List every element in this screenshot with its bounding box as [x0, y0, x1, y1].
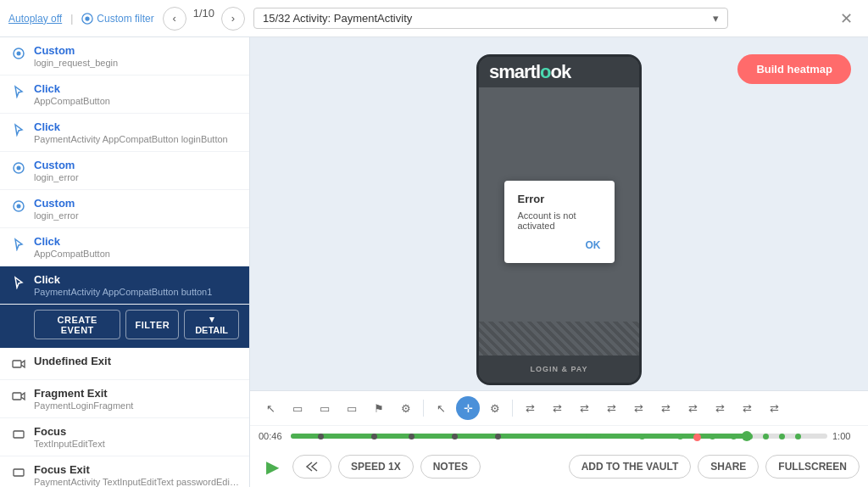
error-message: Account is not activated — [518, 210, 601, 231]
swap-tool1[interactable]: ⇄ — [518, 396, 542, 420]
create-event-button[interactable]: CREATE EVENT — [34, 310, 120, 339]
next-button[interactable]: › — [221, 7, 245, 31]
error-ok-button[interactable]: OK — [518, 239, 601, 251]
cursor-icon — [10, 83, 27, 100]
fragment-exit-icon — [10, 388, 27, 405]
tool-divider2 — [512, 400, 513, 417]
svg-rect-8 — [13, 361, 21, 367]
build-heatmap-button[interactable]: Build heatmap — [737, 54, 851, 84]
click-tool-active[interactable]: ✛ — [456, 396, 480, 420]
sidebar-item-focus[interactable]: Focus TextInputEditText — [0, 418, 249, 456]
autoplay-toggle[interactable]: Autoplay off — [8, 13, 62, 25]
item-sub: PaymentActivity TextInputEditText passwo… — [34, 477, 239, 487]
toolbar-row: ↖ ▭ ▭ ▭ ⚑ ⚙ ↖ ✛ ⚙ ⇄ ⇄ ⇄ ⇄ ⇄ ⇄ ⇄ ⇄ ⇄ ⇄ — [250, 391, 868, 426]
phone-footer: LOGIN & PAY — [479, 355, 639, 383]
chevron-down-icon: ▾ — [713, 12, 719, 25]
swap-tool10[interactable]: ⇄ — [762, 396, 786, 420]
main-content: Custom login_request_begin Click AppComp… — [0, 37, 868, 487]
phone-body: Error Account is not activated OK — [479, 87, 639, 355]
add-vault-button[interactable]: ADD TO THE VAULT — [569, 455, 692, 479]
svg-point-5 — [17, 166, 21, 171]
sidebar-item-custom-login-err1[interactable]: Custom login_error — [0, 152, 249, 190]
item-sub: login_request_begin — [34, 58, 239, 68]
sidebar-item-click-appcompat2[interactable]: Click AppCompatButton — [0, 228, 249, 266]
focus-icon — [10, 426, 27, 443]
item-title: Fragment Exit — [34, 387, 239, 400]
item-title: Undefined Exit — [34, 355, 239, 367]
cursor-icon — [10, 236, 27, 253]
sidebar-item-click-payment-btn1[interactable]: Click PaymentActivity AppCompatButton bu… — [0, 266, 249, 305]
sidebar-item-undefined-exit[interactable]: Undefined Exit — [0, 348, 249, 380]
sidebar-item-focus-exit[interactable]: Focus Exit PaymentActivity TextInputEdit… — [0, 456, 249, 487]
click-tool1[interactable]: ↖ — [429, 396, 453, 420]
item-title: Click — [34, 235, 239, 248]
activity-selector[interactable]: 15/32 Activity: PaymentActivity ▾ — [253, 8, 728, 29]
gear-icon — [10, 45, 27, 62]
swap-tool7[interactable]: ⇄ — [681, 396, 704, 420]
center-panel: Build heatmap smartlook Error Account is… — [250, 37, 868, 487]
item-sub: AppCompatButton — [34, 96, 239, 106]
filter-button[interactable]: FILTER — [125, 310, 179, 339]
cursor-tool[interactable]: ↖ — [259, 396, 282, 420]
item-title: Click — [34, 82, 239, 95]
swap-tool8[interactable]: ⇄ — [708, 396, 732, 420]
svg-point-7 — [17, 204, 21, 209]
phone-mockup: smartlook Error Account is not activated… — [476, 54, 642, 385]
tool-divider — [423, 400, 424, 417]
item-sub: login_error — [34, 210, 239, 221]
svg-rect-11 — [14, 469, 24, 476]
error-dialog: Error Account is not activated OK — [504, 181, 615, 263]
rect-tool1[interactable]: ▭ — [286, 396, 309, 420]
swap-tool5[interactable]: ⇄ — [626, 396, 650, 420]
swap-tool2[interactable]: ⇄ — [545, 396, 569, 420]
item-sub: PaymentActivity AppCompatButton button1 — [34, 287, 239, 297]
timeline-end: 1:00 — [832, 431, 860, 441]
gear-tool[interactable]: ⚙ — [394, 396, 418, 420]
speed-button[interactable]: SPEED 1X — [338, 455, 414, 479]
timeline-track[interactable] — [291, 434, 827, 439]
svg-rect-10 — [14, 431, 24, 438]
timeline-row: 00:46 — [250, 426, 868, 446]
custom-filter[interactable]: Custom filter — [81, 13, 153, 25]
filter-icon — [81, 13, 93, 25]
sidebar: Custom login_request_begin Click AppComp… — [0, 37, 250, 487]
rect-tool2[interactable]: ▭ — [313, 396, 337, 420]
frame-back-button[interactable] — [292, 455, 331, 479]
swap-tool9[interactable]: ⇄ — [735, 396, 759, 420]
fullscreen-button[interactable]: FULLSCREEN — [765, 455, 860, 479]
sidebar-item-custom-login-err2[interactable]: Custom login_error — [0, 190, 249, 228]
play-button[interactable]: ▶ — [259, 453, 286, 480]
swap-tool6[interactable]: ⇄ — [654, 396, 677, 420]
rect-tool3[interactable]: ▭ — [340, 396, 364, 420]
smartlook-logo: smartlook — [489, 61, 570, 83]
swap-tool4[interactable]: ⇄ — [599, 396, 623, 420]
item-sub: PaymentActivity AppCompatButton loginBut… — [34, 134, 239, 144]
top-bar: Autoplay off | Custom filter ‹ 1/10 › 15… — [0, 0, 868, 37]
item-title: Focus Exit — [34, 463, 239, 476]
swap-tool3[interactable]: ⇄ — [572, 396, 596, 420]
gear-tool2[interactable]: ⚙ — [483, 396, 507, 420]
detail-button[interactable]: ▾ DETAIL — [184, 310, 239, 339]
notes-button[interactable]: NOTES — [420, 455, 481, 479]
item-title: Custom — [34, 159, 239, 171]
timeline-start: 00:46 — [259, 431, 286, 441]
sidebar-item-custom-login-req[interactable]: Custom login_request_begin — [0, 37, 249, 76]
gear-icon — [10, 198, 27, 215]
active-actions: CREATE EVENT FILTER ▾ DETAIL — [0, 305, 249, 348]
flag-tool[interactable]: ⚑ — [367, 396, 391, 420]
focus-exit-icon — [10, 464, 27, 481]
item-sub: PaymentLoginFragment — [34, 400, 239, 411]
sidebar-item-fragment-exit[interactable]: Fragment Exit PaymentLoginFragment — [0, 380, 249, 418]
close-button[interactable]: ✕ — [832, 5, 860, 32]
undefined-exit-icon — [10, 355, 27, 372]
phone-header: smartlook — [479, 57, 639, 87]
nav-arrows: ‹ 1/10 › — [163, 7, 245, 31]
item-sub: login_error — [34, 172, 239, 182]
share-button[interactable]: SHARE — [698, 455, 759, 479]
prev-button[interactable]: ‹ — [163, 7, 186, 31]
sidebar-item-click-payment[interactable]: Click PaymentActivity AppCompatButton lo… — [0, 114, 249, 152]
item-title: Click — [34, 120, 239, 133]
sidebar-item-click-appcompat[interactable]: Click AppCompatButton — [0, 76, 249, 114]
svg-point-1 — [86, 16, 90, 20]
gear-icon — [10, 160, 27, 176]
